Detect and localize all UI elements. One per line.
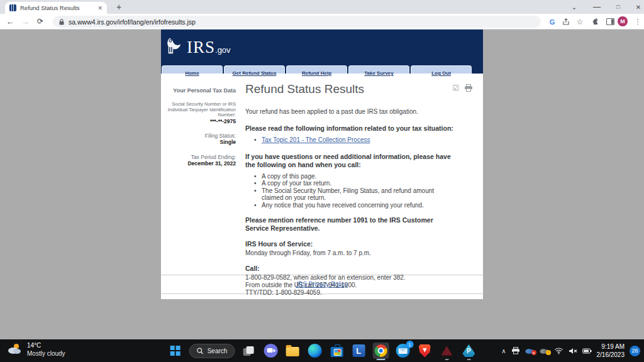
ssn-value: ***-**-2975 bbox=[161, 118, 236, 125]
tab-title: Refund Status Results bbox=[20, 4, 94, 11]
taskbar-search[interactable]: Search bbox=[189, 344, 235, 358]
irs-site-header: IRS .gov bbox=[161, 30, 483, 65]
weather-widget[interactable]: 14°C Mostly cloudy bbox=[6, 342, 65, 358]
ssn-label: Social Security Number or IRS Individual… bbox=[161, 102, 236, 118]
reload-button[interactable]: ⟳ bbox=[34, 16, 47, 28]
task-view-icon bbox=[243, 346, 254, 356]
printer-tray-icon[interactable] bbox=[511, 347, 520, 354]
back-button[interactable]: ← bbox=[4, 16, 16, 28]
page-title: Refund Status Results bbox=[245, 82, 364, 96]
nav-tab-home[interactable]: Home bbox=[162, 65, 223, 74]
filing-status-label: Filing Status: bbox=[161, 133, 236, 139]
edit-check-icon[interactable]: ☑ bbox=[452, 84, 459, 92]
print-icon[interactable] bbox=[464, 84, 473, 92]
extensions-puzzle-icon[interactable] bbox=[590, 16, 602, 28]
weather-temperature: 14°C bbox=[27, 342, 65, 350]
store-bag-icon bbox=[330, 347, 343, 357]
window-close-button[interactable]: ✕ bbox=[629, 0, 644, 14]
tray-chevron-up-icon[interactable]: ∧ bbox=[501, 348, 506, 354]
site-navigation: Home Get Refund Status Refund Help Take … bbox=[161, 65, 483, 74]
refund-status-message: Your refund has been applied to a past d… bbox=[245, 108, 473, 115]
chat-button[interactable] bbox=[262, 343, 279, 359]
tax-topic-link[interactable]: Tax Topic 201 - The Collection Process bbox=[262, 136, 370, 143]
share-icon[interactable] bbox=[560, 16, 572, 28]
minimize-button[interactable]: — bbox=[587, 0, 606, 14]
chrome-button[interactable] bbox=[372, 343, 389, 359]
irs-page-column: IRS .gov Home Get Refund Status Refund H… bbox=[161, 30, 483, 299]
mail-notification-badge: 1 bbox=[406, 341, 413, 348]
personal-tax-data-sidebar: Your Personal Tax Data Social Security N… bbox=[161, 74, 239, 275]
task-view-button[interactable] bbox=[240, 343, 257, 359]
running-indicator bbox=[445, 359, 448, 361]
hours-of-service-value: Monday through Friday, from 7 a.m. to 7 … bbox=[245, 250, 473, 257]
chrome-running-indicator bbox=[376, 359, 385, 361]
tab-search-icon[interactable]: ⌄ bbox=[565, 0, 584, 14]
brave-shield-icon bbox=[419, 344, 431, 358]
running-indicator bbox=[467, 359, 470, 361]
sync-error-badge: ✕ bbox=[531, 350, 536, 355]
list-item: A copy of your tax return. bbox=[260, 180, 473, 187]
weather-icon bbox=[6, 343, 23, 358]
tab-close-icon[interactable]: ✕ bbox=[97, 5, 103, 11]
search-label: Search bbox=[208, 348, 228, 354]
microsoft-store-button[interactable] bbox=[328, 343, 345, 359]
irs-eagle-logo-icon bbox=[165, 36, 184, 58]
file-explorer-button[interactable] bbox=[284, 343, 301, 359]
list-item: The Social Security Number, Filing Statu… bbox=[260, 187, 455, 202]
edge-button[interactable] bbox=[306, 343, 323, 359]
irs-logo-text: IRS bbox=[187, 38, 215, 57]
battery-icon[interactable] bbox=[582, 348, 592, 354]
side-panel-icon[interactable] bbox=[604, 16, 616, 28]
volume-muted-icon[interactable] bbox=[569, 348, 577, 354]
nav-tab-take-survey[interactable]: Take Survey bbox=[348, 65, 409, 74]
chat-icon bbox=[264, 344, 277, 358]
privacy-policy-link[interactable]: IRS Privacy Policy bbox=[296, 281, 348, 288]
nav-tab-get-refund-status[interactable]: Get Refund Status bbox=[224, 65, 285, 74]
call-checklist: A copy of this page. A copy of your tax … bbox=[245, 173, 473, 209]
folder-icon bbox=[286, 347, 299, 356]
nav-tab-refund-help[interactable]: Refund Help bbox=[286, 65, 347, 74]
profile-avatar[interactable]: M bbox=[618, 16, 628, 26]
url-text: sa.www4.irs.gov/irfof/lang/en/irfofresul… bbox=[69, 18, 196, 26]
browser-menu-icon[interactable]: ⋮ bbox=[631, 16, 644, 28]
list-item: Any notice that you have received concer… bbox=[260, 202, 473, 209]
onedrive-error-icon[interactable]: ✕ bbox=[525, 348, 535, 354]
cloud-warning-icon[interactable]: ! bbox=[540, 348, 549, 354]
reference-number-note: Please mention reference number 1091 to … bbox=[245, 216, 447, 233]
p-app-icon: P bbox=[462, 344, 475, 357]
start-button[interactable] bbox=[167, 343, 184, 359]
call-label: Call: bbox=[245, 265, 473, 273]
brave-button[interactable] bbox=[416, 343, 433, 359]
call-line: 1-800-829-0582, when asked for an extens… bbox=[245, 274, 473, 282]
lock-icon bbox=[59, 16, 64, 28]
main-content: Refund Status Results ☑ Your refund has … bbox=[239, 74, 483, 275]
maximize-button[interactable]: □ bbox=[609, 0, 628, 14]
irs-logo-suffix: .gov bbox=[215, 45, 231, 55]
sidebar-title: Your Personal Tax Data bbox=[161, 87, 236, 94]
filing-status-value: Single bbox=[161, 139, 236, 146]
l-app-button[interactable]: L bbox=[350, 343, 367, 359]
wifi-icon[interactable] bbox=[554, 347, 564, 354]
windows-logo-icon bbox=[170, 346, 180, 356]
notification-count-badge[interactable]: 26 bbox=[630, 346, 640, 356]
hours-of-service-label: IRS Hours of Service: bbox=[245, 240, 473, 248]
nav-tab-log-out[interactable]: Log Out bbox=[411, 65, 472, 74]
irs-favicon-icon bbox=[9, 4, 16, 11]
address-bar[interactable]: sa.www4.irs.gov/irfof/lang/en/irfofresul… bbox=[53, 16, 541, 28]
chrome-icon bbox=[374, 344, 387, 357]
thunderbird-button[interactable]: 1 bbox=[394, 343, 411, 359]
triangle-app-button[interactable] bbox=[438, 343, 455, 359]
questions-header: If you have questions or need additional… bbox=[245, 153, 453, 169]
forward-button[interactable]: → bbox=[19, 16, 31, 28]
list-item: A copy of this page. bbox=[260, 173, 473, 180]
bookmark-star-icon[interactable]: ☆ bbox=[574, 16, 586, 28]
clock-widget[interactable]: 9:19 AM 2/16/2023 bbox=[597, 343, 625, 359]
google-icon[interactable]: G bbox=[546, 16, 558, 28]
browser-tab[interactable]: Refund Status Results ✕ bbox=[5, 2, 107, 14]
page-viewport: IRS .gov Home Get Refund Status Refund H… bbox=[0, 30, 644, 339]
new-tab-button[interactable]: + bbox=[113, 1, 125, 13]
sync-warning-badge: ! bbox=[546, 350, 551, 355]
p-app-button[interactable]: P bbox=[460, 343, 477, 359]
call-line: From outside the US call 267-941-1000. bbox=[245, 282, 473, 289]
search-icon bbox=[197, 348, 204, 354]
